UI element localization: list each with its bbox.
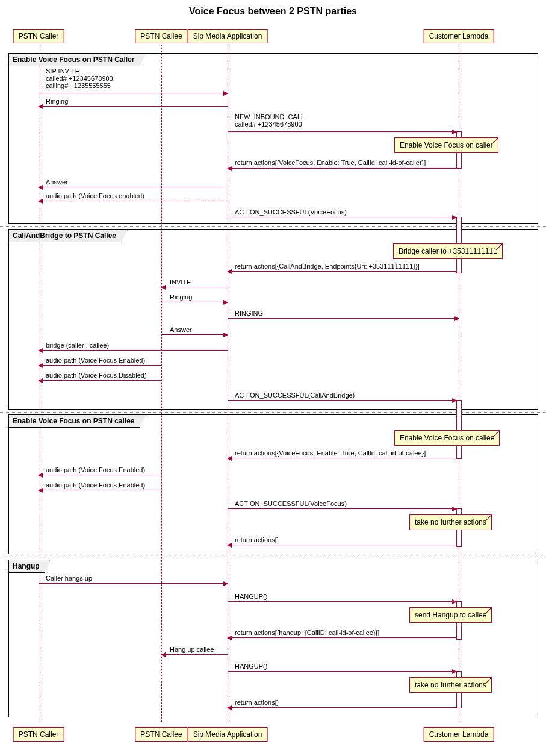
participant-sma-bottom: Sip Media Application <box>188 727 268 742</box>
arrow <box>39 106 228 107</box>
msg-hangup-event-2: HANGUP() <box>235 663 267 670</box>
msg-caller-hangs-up: Caller hangs up <box>46 575 92 582</box>
arrow <box>228 318 459 319</box>
arrow <box>39 201 228 201</box>
msg-return-empty: return actions[] <box>235 536 279 543</box>
note-send-hangup: send Hangup to callee <box>409 607 492 623</box>
arrow <box>39 350 228 351</box>
msg-return-vf-caller: return actions[{VoiceFocus, Enable: True… <box>235 159 426 166</box>
divider <box>0 412 546 413</box>
msg-audio-disabled: audio path (Voice Focus Disabled) <box>46 372 147 379</box>
arrow <box>39 583 228 584</box>
arrow <box>228 545 456 545</box>
msg-action-success-vf: ACTION_SUCCESSFUL(VoiceFocus) <box>235 208 347 216</box>
sequence-diagram: PSTN Caller PSTN Callee Sip Media Applic… <box>0 22 546 745</box>
msg-ringing: Ringing <box>46 98 68 105</box>
arrow <box>39 93 228 93</box>
arrow <box>39 187 228 187</box>
arrow <box>228 458 456 458</box>
msg-return-vf-callee: return actions[{VoiceFocus, Enable: True… <box>235 449 426 457</box>
group-label: Hangup <box>9 560 51 573</box>
arrow <box>228 400 456 401</box>
participant-callee-bottom: PSTN Callee <box>135 727 187 742</box>
msg-ringing-callee: Ringing <box>170 293 192 301</box>
arrow <box>161 302 228 302</box>
msg-audio-enabled-3: audio path (Voice Focus Enabled) <box>46 481 145 489</box>
msg-answer-callee: Answer <box>170 326 192 333</box>
msg-hangup-event: HANGUP() <box>235 593 267 600</box>
note-no-action-2: take no further actions <box>409 677 492 693</box>
arrow <box>228 637 456 638</box>
arrow <box>39 475 161 475</box>
arrow <box>228 671 456 672</box>
msg-return-hangup: return actions[{hangup, {CallID: call-id… <box>235 629 379 636</box>
arrow <box>228 131 456 132</box>
msg-audio-enabled-2: audio path (Voice Focus Enabled) <box>46 466 145 473</box>
participant-sma-top: Sip Media Application <box>188 29 268 43</box>
msg-ringing-event: RINGING <box>235 310 263 317</box>
msg-action-success-cab: ACTION_SUCCESSFUL(CallAndBridge) <box>235 392 355 399</box>
msg-return-callandbridge: return actions[{CallAndBridge, Endpoints… <box>235 263 420 270</box>
participant-callee-top: PSTN Callee <box>135 29 187 43</box>
arrow <box>228 217 456 217</box>
msg-action-success-vf2: ACTION_SUCCESSFUL(VoiceFocus) <box>235 500 347 507</box>
arrow <box>228 707 456 708</box>
arrow <box>161 334 228 335</box>
arrow <box>228 271 456 272</box>
note-enable-vf-callee: Enable Voice Focus on callee <box>394 430 500 446</box>
msg-invite: INVITE <box>170 278 191 286</box>
group-label: Enable Voice Focus on PSTN callee <box>9 415 146 428</box>
participant-caller-top: PSTN Caller <box>13 29 64 43</box>
divider <box>0 557 546 557</box>
msg-hang-up-callee: Hang up callee <box>170 646 214 653</box>
msg-answer: Answer <box>46 178 68 186</box>
divider <box>0 226 546 227</box>
arrow <box>228 508 456 509</box>
arrow <box>161 287 228 287</box>
arrow <box>39 490 161 490</box>
arrow <box>228 601 456 602</box>
diagram-title: Voice Focus between 2 PSTN parties <box>0 0 546 22</box>
msg-bridge: bridge (caller , callee) <box>46 342 109 349</box>
msg-return-empty-2: return actions[] <box>235 699 279 706</box>
participant-lambda-bottom: Customer Lambda <box>424 727 494 742</box>
activation-lambda <box>456 400 462 459</box>
note-bridge-caller: Bridge caller to +35311111111 <box>393 243 503 259</box>
arrow <box>39 380 161 381</box>
msg-new-inbound: NEW_INBOUND_CALL called# +12345678900 <box>235 113 305 128</box>
arrow <box>39 365 161 366</box>
arrow <box>228 168 456 169</box>
participant-lambda-top: Customer Lambda <box>424 29 494 43</box>
note-no-action: take no further actions <box>409 514 492 530</box>
msg-sip-invite: SIP INVITE called# +12345678900, calling… <box>46 67 115 89</box>
msg-audio-enabled: audio path (Voice Focus Enabled) <box>46 357 145 364</box>
arrow <box>161 654 228 655</box>
note-enable-vf-caller: Enable Voice Focus on caller <box>394 137 498 153</box>
group-label: Enable Voice Focus on PSTN Caller <box>9 54 146 66</box>
group-label: CallAndBridge to PSTN Callee <box>9 230 128 242</box>
participant-caller-bottom: PSTN Caller <box>13 727 64 742</box>
msg-audio-path-enabled: audio path (Voice Focus enabled) <box>46 192 144 199</box>
